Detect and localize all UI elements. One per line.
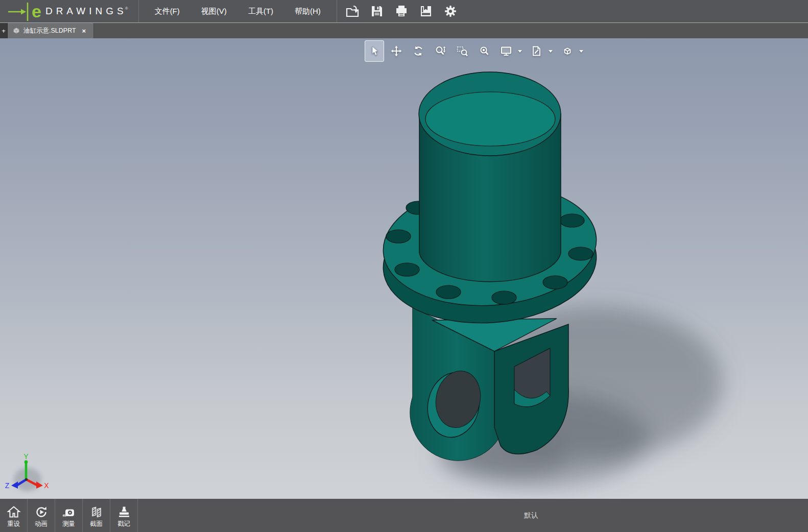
select-tool-button[interactable]: [365, 40, 384, 62]
edrawings-logo: e DRAWINGS ®: [0, 0, 138, 22]
standard-views-button[interactable]: [558, 40, 577, 62]
document-tab[interactable]: 油缸示意.SLDPRT ×: [8, 23, 94, 38]
markup-page-icon: [531, 45, 543, 57]
publish-box-button[interactable]: [414, 0, 438, 22]
pan-tool-button[interactable]: [387, 40, 406, 62]
standard-views-dropdown[interactable]: [579, 50, 583, 53]
pan-arrows-icon: [390, 45, 402, 57]
tab-title: 油缸示意.SLDPRT: [23, 27, 76, 35]
measure-label: 测量: [62, 521, 75, 527]
markup-dropdown[interactable]: [549, 50, 553, 53]
reset-button[interactable]: 重设: [0, 499, 28, 532]
menu-file[interactable]: 文件(F): [144, 0, 191, 22]
markup-button[interactable]: [527, 40, 546, 62]
settings-gear-icon: [443, 4, 458, 18]
display-monitor-icon: [500, 45, 512, 57]
quick-toolbar: [337, 0, 466, 22]
display-mode-button[interactable]: [496, 40, 516, 62]
section-label: 截面: [90, 521, 103, 527]
logo-registered-mark: ®: [125, 6, 128, 11]
menu-items: 文件(F) 视图(V) 工具(T) 帮助(H): [139, 0, 337, 22]
reset-label: 重设: [7, 521, 20, 527]
zoom-in-out-icon: [434, 45, 446, 57]
logo-letter: e: [32, 4, 41, 19]
zoom-fit-icon: [478, 45, 490, 57]
edrawings-arrow-icon: [7, 1, 31, 21]
y-axis-label: Y: [23, 452, 29, 461]
animation-button[interactable]: 动画: [28, 499, 55, 532]
measure-button[interactable]: 测量: [55, 499, 83, 532]
save-button[interactable]: [365, 0, 389, 22]
x-axis-label: X: [44, 481, 49, 490]
stamp-label: 戳记: [117, 521, 130, 527]
save-icon: [370, 4, 384, 18]
open-file-button[interactable]: [340, 0, 365, 22]
print-icon: [394, 4, 409, 18]
stamp-icon: [117, 505, 131, 519]
measure-tape-icon: [62, 505, 76, 519]
rotate-tool-button[interactable]: [409, 40, 428, 62]
publish-box-icon: [419, 4, 433, 18]
animation-icon: [34, 505, 49, 519]
home-icon: [7, 505, 21, 519]
edrawings-window: e DRAWINGS ® 文件(F) 视图(V) 工具(T) 帮助(H): [0, 0, 808, 532]
z-axis-label: Z: [5, 481, 10, 490]
section-button[interactable]: 截面: [83, 499, 110, 532]
logo-text: DRAWINGS: [45, 6, 127, 17]
tab-close-button[interactable]: ×: [79, 27, 89, 35]
axes-triad: Y X Z: [5, 452, 50, 491]
zoom-area-tool-button[interactable]: [453, 40, 472, 62]
section-cut-icon: [89, 505, 104, 519]
graphics-viewport[interactable]: Y X Z: [0, 38, 808, 499]
menu-help[interactable]: 帮助(H): [284, 0, 331, 22]
tab-bar: + 油缸示意.SLDPRT ×: [0, 22, 808, 38]
bottom-toolbar: 重设 动画 测量: [0, 499, 808, 532]
zoom-tool-button[interactable]: [431, 40, 450, 62]
animation-label: 动画: [35, 521, 47, 527]
view-toolbar: [365, 40, 588, 62]
model-scene[interactable]: Y X Z: [0, 38, 808, 499]
new-tab-button[interactable]: +: [0, 23, 8, 38]
rotate-arrows-icon: [412, 45, 424, 57]
open-file-icon: [345, 4, 360, 18]
settings-button[interactable]: [438, 0, 463, 22]
part-cube-icon: [12, 27, 20, 35]
menu-tools[interactable]: 工具(T): [237, 0, 284, 22]
zoom-area-icon: [456, 45, 468, 57]
print-button[interactable]: [389, 0, 414, 22]
model-cylinder[interactable]: [419, 72, 561, 282]
select-cursor-icon: [368, 45, 381, 57]
configuration-label: 默认: [524, 511, 538, 520]
menu-bar: e DRAWINGS ® 文件(F) 视图(V) 工具(T) 帮助(H): [0, 0, 808, 22]
display-mode-dropdown[interactable]: [518, 50, 522, 53]
menu-view[interactable]: 视图(V): [191, 0, 237, 22]
views-cube-icon: [561, 45, 574, 57]
model-cylinder-top-face[interactable]: [425, 92, 555, 146]
stamp-button[interactable]: 戳记: [110, 499, 138, 532]
zoom-fit-tool-button[interactable]: [474, 40, 494, 62]
